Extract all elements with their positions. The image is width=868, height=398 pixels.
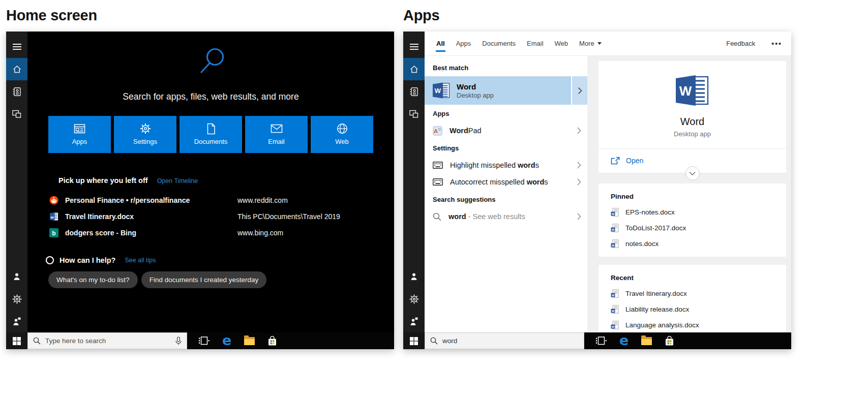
hamburger-icon [410, 42, 418, 51]
word-doc-icon: w [611, 208, 619, 217]
taskbar-search-box[interactable] [27, 332, 187, 349]
devices-icon [409, 109, 419, 118]
start-button[interactable] [403, 332, 425, 349]
tile-settings[interactable]: Settings [114, 116, 176, 153]
globe-icon [337, 122, 348, 135]
tile-documents[interactable]: Documents [179, 116, 242, 153]
result-row-highlight-misspelled[interactable]: Highlight misspelled words [425, 157, 587, 173]
microphone-icon[interactable] [175, 336, 182, 346]
tile-web[interactable]: Web [311, 116, 373, 153]
tile-apps[interactable]: Apps [48, 116, 111, 153]
taskbar-app-icons: e [187, 332, 394, 349]
app-preview-card: W Word Desktop app Open [598, 61, 786, 173]
cortana-ring-icon [45, 256, 54, 265]
taskbar: e [403, 332, 791, 349]
tab-apps[interactable]: Apps [451, 32, 477, 55]
chevron-down-icon [597, 42, 602, 45]
pickup-row-reddit[interactable]: Personal Finance • r/personalfinance www… [48, 194, 379, 207]
microsoft-store-icon[interactable] [665, 336, 674, 346]
sidebar-item-devices[interactable] [6, 103, 27, 125]
edge-browser-icon[interactable]: e [619, 333, 628, 347]
hamburger-menu-button[interactable] [6, 36, 27, 58]
expand-preview-button[interactable] [685, 166, 700, 180]
sidebar-item-account[interactable] [403, 265, 425, 288]
person-icon [409, 272, 418, 281]
pinned-file-row[interactable]: w EPS-notes.docx [598, 204, 786, 220]
svg-text:A: A [434, 128, 438, 134]
pickup-row-word-doc[interactable]: w Travel Itinerary.docx This PC\Document… [48, 210, 379, 223]
sidebar-item-home[interactable] [6, 58, 27, 80]
recent-heading: Recent [598, 270, 786, 286]
result-label: word - See web results [448, 212, 525, 221]
taskbar: e [6, 332, 394, 349]
pill-find-documents[interactable]: Find documents I created yesterday [141, 271, 267, 288]
devices-icon [12, 109, 22, 118]
open-timeline-link[interactable]: Open Timeline [157, 177, 198, 185]
taskbar-search-input[interactable] [442, 337, 579, 345]
result-row-autocorrect-misspelled[interactable]: Autocorrect misspelled words [425, 174, 587, 190]
sidebar-item-feedback[interactable] [6, 310, 27, 332]
tab-more[interactable]: More [574, 32, 607, 55]
tab-more-label: More [579, 40, 594, 47]
gear-icon [409, 294, 419, 304]
best-match-word[interactable]: W Word Desktop app [425, 76, 571, 105]
svg-text:w: w [50, 215, 54, 220]
result-row-web-suggestion[interactable]: word - See web results [425, 208, 587, 225]
feedback-link[interactable]: Feedback [726, 40, 755, 47]
pickup-row-title: Travel Itinerary.docx [65, 212, 134, 221]
more-options-icon[interactable]: ••• [771, 40, 782, 48]
open-label: Open [626, 157, 643, 165]
file-explorer-icon[interactable] [244, 337, 255, 345]
sidebar-item-notebook[interactable] [403, 80, 425, 103]
pinned-file-row[interactable]: w ToDoList-2017.docx [598, 220, 786, 236]
task-view-icon[interactable] [596, 336, 607, 345]
sidebar-item-notebook[interactable] [6, 80, 27, 103]
word-doc-icon: w [611, 321, 619, 329]
sidebar-item-feedback[interactable] [403, 310, 425, 332]
pinned-file-row[interactable]: w notes.docx [598, 236, 786, 252]
screenshot-canvas: Home screen Search for apps, files, web … [0, 0, 868, 398]
chevron-right-icon [577, 178, 581, 186]
tile-web-label: Web [335, 138, 349, 145]
file-explorer-icon[interactable] [641, 337, 652, 345]
recent-file-row[interactable]: w Liability release.docx [598, 301, 786, 317]
recent-card: Recent w Travel Itinerary.docx w Liabili… [598, 265, 786, 338]
best-match-expand-button[interactable] [572, 76, 587, 105]
results-sidebar [403, 32, 425, 332]
tab-web[interactable]: Web [549, 32, 574, 55]
edge-browser-icon[interactable]: e [222, 333, 231, 347]
see-all-tips-link[interactable]: See all tips [125, 257, 156, 264]
pickup-row-bing[interactable]: b dodgers score - Bing www.bing.com [48, 226, 379, 239]
tile-email-label: Email [268, 138, 285, 145]
recent-file-row[interactable]: w Travel Itinerary.docx [598, 286, 786, 301]
task-view-icon[interactable] [199, 336, 209, 345]
hamburger-menu-button[interactable] [403, 36, 425, 58]
sidebar-item-home[interactable] [403, 58, 425, 80]
results-content: Best match W Word Desktop app Apps [425, 56, 791, 332]
tab-email[interactable]: Email [521, 32, 549, 55]
gear-icon [12, 294, 22, 304]
tab-all[interactable]: All [431, 32, 451, 55]
sidebar-item-settings[interactable] [403, 288, 425, 310]
file-name: notes.docx [625, 240, 659, 248]
tab-documents[interactable]: Documents [476, 32, 521, 55]
recent-file-row[interactable]: w Language analysis.docx [598, 317, 786, 333]
apps-icon [74, 122, 85, 135]
pickup-header: Pick up where you left off Open Timeline [58, 176, 198, 185]
tile-apps-label: Apps [72, 138, 87, 145]
start-button[interactable] [6, 332, 27, 349]
result-row-wordpad[interactable]: A WordPad [425, 123, 587, 139]
figure-title-apps: Apps [403, 7, 439, 24]
sidebar-item-devices[interactable] [403, 103, 425, 125]
taskbar-search-input[interactable] [45, 337, 171, 345]
pill-todo-list[interactable]: What's on my to-do list? [48, 271, 138, 288]
taskbar-search-box[interactable] [425, 332, 584, 349]
tile-documents-label: Documents [194, 138, 228, 145]
tile-settings-label: Settings [133, 138, 157, 145]
microsoft-store-icon[interactable] [267, 336, 277, 346]
sidebar-item-account[interactable] [6, 265, 27, 288]
search-home-body: Search for apps, files, web results, and… [27, 32, 394, 332]
tile-email[interactable]: Email [245, 116, 308, 153]
sidebar-item-settings[interactable] [6, 288, 27, 310]
best-match-type: Desktop app [457, 91, 494, 99]
